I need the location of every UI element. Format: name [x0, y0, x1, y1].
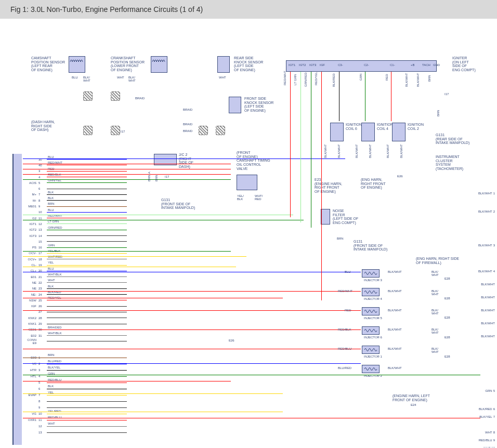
shield-icon: [111, 126, 120, 135]
wire: [47, 230, 127, 230]
ecu-pin-number: 4: [38, 176, 45, 179]
wire-color-label: LT GRN: [48, 220, 59, 223]
wire-color-label: BLU: [48, 267, 54, 270]
ecu-pin-number: 27: [38, 310, 45, 313]
wire-color-label: RED/WHT: [338, 289, 352, 293]
shield-icon: [111, 91, 120, 101]
wire-color-label: BLK/WHT: [337, 144, 341, 158]
figure-title: Fig 1: 3.0L Non-Turbo, Engine Performanc…: [0, 0, 497, 19]
wire: [47, 306, 127, 307]
wire-color-label: BLK/WHT: [355, 144, 358, 158]
wire-color-label: BLU/RED: [48, 360, 61, 363]
wire-color-label: BLK/WHT: [478, 210, 492, 213]
eng-harn-firewall-label: (ENG HARN, RIGHT SIDE OF FIREWALL): [416, 257, 459, 265]
wire: [23, 215, 293, 215]
ecu-pin-signal: NE: [23, 287, 36, 290]
wire: [47, 165, 127, 165]
ecu-pin-signal: HTR: [23, 368, 36, 372]
wire-color-label: BLK/ WHT: [83, 76, 90, 82]
igniter-pin: C2-: [364, 63, 369, 67]
wire-color-label: BLK/WHT: [369, 144, 372, 158]
igniter-pin: GND: [433, 63, 440, 67]
wire-color-label: RED: [345, 309, 351, 312]
ecu-pin-row: 6 BLK: [23, 386, 127, 392]
wire: [47, 171, 127, 172]
wire-color-label: BLK/WHT: [478, 244, 492, 247]
wire: [47, 159, 127, 160]
wire: [47, 271, 127, 271]
oil-valve: [237, 175, 257, 190]
ecu-pin-row: 12 WHT: [23, 423, 127, 429]
noise-filter-label: NOISE FILTER (LEFT SIDE OF ENG COMPT): [333, 209, 358, 225]
wire: [23, 164, 231, 164]
igniter-pin: +B: [411, 63, 415, 67]
shield-icon: [83, 91, 93, 101]
wire: [47, 294, 127, 295]
front-knock-sensor: [229, 97, 241, 113]
right-pin-row: BLK/WHT 4: [453, 269, 495, 273]
ignition-coil-6: [330, 123, 344, 141]
wire: [23, 251, 231, 252]
eng-harn-left-label: (ENGINE HARN, LEFT FRONT OF ENGINE): [393, 394, 430, 402]
g131-rear-label: G131 (REAR SIDE OF INTAKE MANIFOLD): [436, 133, 469, 145]
ecu-pin-signal: VC: [23, 362, 36, 365]
rear-knock-label: REAR SIDE KNOCK SENSOR (LEFT SIDE OF ENG…: [234, 56, 263, 72]
ecu-pin-row: 9: [23, 404, 127, 411]
wire-color-label: WHT/ RED: [255, 194, 263, 201]
wire: [23, 412, 283, 412]
wire: [23, 220, 304, 220]
wire: [47, 177, 127, 177]
wire-color-label: BLK/ WHT: [128, 76, 136, 82]
wire: [23, 310, 361, 311]
ecu-pin-number: 26: [38, 305, 45, 308]
wire-color-label: BLK/WHT: [481, 296, 495, 299]
wire-color-label: YEL/ BLK: [237, 194, 244, 201]
igniter-pin: IGF: [320, 63, 325, 67]
wire: [47, 223, 127, 224]
ecu-pin-number: 11: [38, 217, 45, 220]
ecu-pin-row: KNK1 29: [23, 321, 127, 326]
wire: [23, 179, 231, 180]
wire-color-label: BRN: [437, 110, 440, 116]
ecu-pin-row: E02 31 WHT/BLK: [23, 333, 127, 338]
igniter-pin: IGT3: [309, 63, 316, 67]
wire-color-label: BLK/ WHT: [431, 309, 439, 315]
conn-label: E28: [444, 297, 450, 300]
wire-color-label: BRAIDED: [48, 326, 62, 329]
wire: [47, 370, 127, 371]
coil6-label: IGNITION COIL 6: [346, 123, 362, 130]
ecu-pin-row: ME01 9 BRN: [23, 203, 127, 209]
wire-color-label: BLK: [48, 285, 54, 288]
wire: [23, 381, 231, 381]
wire: [23, 349, 361, 349]
wire: [290, 72, 291, 217]
ecu-pin-signal: KNK2: [23, 317, 36, 320]
ecu-pin-signal: NSW: [23, 299, 36, 302]
igniter-pin: C1-: [390, 63, 395, 67]
right-pin-number: 7: [493, 415, 495, 418]
cluster-label: INSTRUMENT CLUSTER SYSTEM (TACHOMETER): [436, 155, 463, 171]
camshaft-sensor: [69, 56, 85, 73]
ecu-pin-number: 15: [38, 240, 45, 243]
wire: [47, 407, 127, 408]
wire-color-label: GRN/RED: [304, 72, 307, 87]
wire: [365, 72, 365, 121]
ecu-pin-row: NE 22 WHT: [23, 280, 127, 285]
ecu-pin-signal: IGT1: [23, 222, 36, 226]
wire-color-label: WHT/BLK: [48, 273, 62, 276]
wire-color-label: WHT: [485, 431, 492, 434]
ecu-pin-row: 8: [23, 398, 127, 404]
ecu-pin-number: 23: [38, 287, 45, 290]
ecu-pin-number: 13: [38, 431, 45, 434]
wire-color-label: YEL: [48, 261, 54, 264]
wire: [47, 218, 127, 218]
conn-label: E24: [411, 403, 416, 406]
ecu-pin-signal: NE-: [23, 293, 36, 296]
right-pin-number: 8: [493, 431, 495, 434]
conn-label: E26: [397, 175, 403, 178]
wire: [23, 159, 345, 159]
wire: [23, 174, 231, 175]
wire-color-label: BLK/RED: [479, 407, 492, 411]
igniter-label: IGNITER (ON LEFT SIDE OF ENG COMPT): [452, 56, 476, 72]
wire-color-label: BLK/WHT: [388, 366, 402, 370]
